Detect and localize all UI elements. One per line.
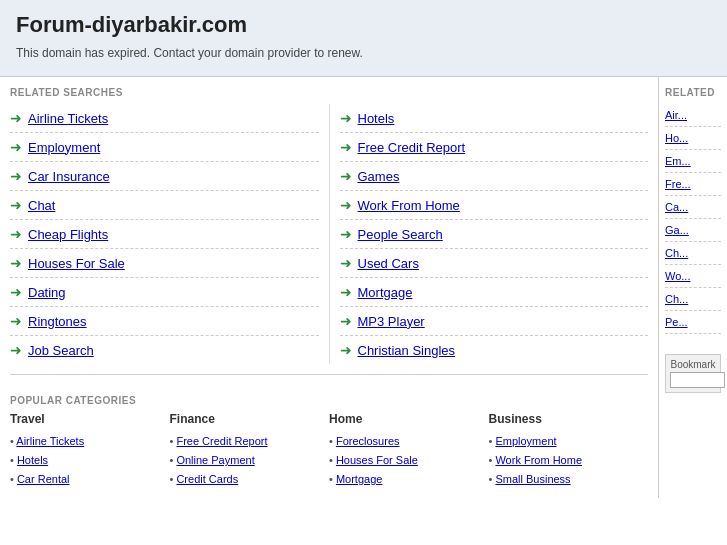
related-col-left: ➜ Airline Tickets ➜ Employment ➜ Car Ins… [10, 104, 319, 364]
popular-categories-section: POPULAR CATEGORIES Travel Airline Ticket… [10, 374, 648, 498]
popular-categories-label: POPULAR CATEGORIES [10, 385, 648, 412]
sidebar-link[interactable]: Ga... [665, 219, 721, 242]
popular-col-heading: Finance [170, 412, 330, 426]
right-sidebar: RELATED Air... Ho... Em... Fre... Ca... … [659, 77, 727, 498]
related-link[interactable]: Christian Singles [358, 343, 456, 358]
arrow-icon: ➜ [10, 284, 22, 300]
sidebar-link[interactable]: Ch... [665, 288, 721, 311]
arrow-icon: ➜ [10, 197, 22, 213]
related-link[interactable]: Cheap Flights [28, 227, 108, 242]
popular-col-heading: Travel [10, 412, 170, 426]
list-item: Mortgage [329, 469, 489, 488]
popular-link[interactable]: Credit Cards [176, 473, 238, 485]
popular-col-travel: Travel Airline Tickets Hotels Car Rental [10, 412, 170, 488]
list-item: ➜ Work From Home [340, 191, 649, 220]
popular-col-home: Home Foreclosures Houses For Sale Mortga… [329, 412, 489, 488]
list-item: Online Payment [170, 450, 330, 469]
sidebar-link[interactable]: Ho... [665, 127, 721, 150]
popular-link[interactable]: Hotels [17, 454, 48, 466]
sidebar-link[interactable]: Ch... [665, 242, 721, 265]
arrow-icon: ➜ [340, 284, 352, 300]
popular-col-list: Foreclosures Houses For Sale Mortgage [329, 431, 489, 488]
sidebar-link[interactable]: Ca... [665, 196, 721, 219]
list-item: ➜ Mortgage [340, 278, 649, 307]
popular-link[interactable]: Foreclosures [336, 435, 400, 447]
popular-col-business: Business Employment Work From Home Small… [489, 412, 649, 488]
arrow-icon: ➜ [10, 110, 22, 126]
list-item: ➜ Houses For Sale [10, 249, 319, 278]
list-item: Small Business [489, 469, 649, 488]
arrow-icon: ➜ [10, 255, 22, 271]
site-title: Forum-diyarbakir.com [16, 12, 711, 38]
list-item: Car Rental [10, 469, 170, 488]
list-item: ➜ Employment [10, 133, 319, 162]
popular-link[interactable]: Small Business [495, 473, 570, 485]
popular-link[interactable]: Houses For Sale [336, 454, 418, 466]
related-link[interactable]: Work From Home [358, 198, 460, 213]
arrow-icon: ➜ [340, 255, 352, 271]
arrow-icon: ➜ [340, 139, 352, 155]
list-item: Credit Cards [170, 469, 330, 488]
popular-col-list: Free Credit Report Online Payment Credit… [170, 431, 330, 488]
main-content: RELATED SEARCHES ➜ Airline Tickets ➜ Emp… [0, 77, 659, 498]
related-link[interactable]: Dating [28, 285, 66, 300]
related-link[interactable]: Games [358, 169, 400, 184]
related-link[interactable]: Airline Tickets [28, 111, 108, 126]
popular-col-finance: Finance Free Credit Report Online Paymen… [170, 412, 330, 488]
related-link[interactable]: People Search [358, 227, 443, 242]
sidebar-link[interactable]: Wo... [665, 265, 721, 288]
related-link[interactable]: Employment [28, 140, 100, 155]
list-item: ➜ Cheap Flights [10, 220, 319, 249]
related-link[interactable]: Job Search [28, 343, 94, 358]
popular-link[interactable]: Online Payment [176, 454, 254, 466]
list-item: Houses For Sale [329, 450, 489, 469]
popular-col-heading: Home [329, 412, 489, 426]
popular-col-list: Employment Work From Home Small Business [489, 431, 649, 488]
related-col-right: ➜ Hotels ➜ Free Credit Report ➜ Games ➜ … [340, 104, 649, 364]
list-item: ➜ Christian Singles [340, 336, 649, 364]
popular-link[interactable]: Free Credit Report [176, 435, 267, 447]
arrow-icon: ➜ [340, 226, 352, 242]
related-link[interactable]: Mortgage [358, 285, 413, 300]
arrow-icon: ➜ [10, 168, 22, 184]
arrow-icon: ➜ [340, 313, 352, 329]
popular-link[interactable]: Mortgage [336, 473, 382, 485]
arrow-icon: ➜ [10, 226, 22, 242]
list-item: Work From Home [489, 450, 649, 469]
popular-col-list: Airline Tickets Hotels Car Rental [10, 431, 170, 488]
bookmark-input[interactable] [670, 372, 725, 388]
related-link[interactable]: Chat [28, 198, 55, 213]
header: Forum-diyarbakir.com This domain has exp… [0, 0, 727, 77]
popular-categories-grid: Travel Airline Tickets Hotels Car Rental… [10, 412, 648, 488]
related-link[interactable]: Free Credit Report [358, 140, 466, 155]
arrow-icon: ➜ [340, 197, 352, 213]
list-item: Hotels [10, 450, 170, 469]
list-item: ➜ Games [340, 162, 649, 191]
related-link[interactable]: Hotels [358, 111, 395, 126]
bookmark-label: Bookmark [670, 359, 715, 370]
sidebar-link[interactable]: Pe... [665, 311, 721, 334]
related-link[interactable]: Ringtones [28, 314, 87, 329]
related-link[interactable]: Car Insurance [28, 169, 110, 184]
list-item: Foreclosures [329, 431, 489, 450]
related-link[interactable]: MP3 Player [358, 314, 425, 329]
list-item: Airline Tickets [10, 431, 170, 450]
popular-link[interactable]: Car Rental [17, 473, 70, 485]
sidebar-link[interactable]: Fre... [665, 173, 721, 196]
popular-link[interactable]: Employment [495, 435, 556, 447]
list-item: Employment [489, 431, 649, 450]
popular-link[interactable]: Work From Home [495, 454, 582, 466]
related-searches-label: RELATED SEARCHES [10, 77, 648, 104]
list-item: ➜ Airline Tickets [10, 104, 319, 133]
header-description: This domain has expired. Contact your do… [16, 44, 711, 62]
list-item: ➜ Hotels [340, 104, 649, 133]
related-link[interactable]: Used Cars [358, 256, 419, 271]
list-item: ➜ Dating [10, 278, 319, 307]
related-link[interactable]: Houses For Sale [28, 256, 125, 271]
sidebar-link[interactable]: Air... [665, 104, 721, 127]
list-item: Free Credit Report [170, 431, 330, 450]
arrow-icon: ➜ [340, 110, 352, 126]
sidebar-link[interactable]: Em... [665, 150, 721, 173]
arrow-icon: ➜ [10, 313, 22, 329]
popular-link[interactable]: Airline Tickets [16, 435, 84, 447]
